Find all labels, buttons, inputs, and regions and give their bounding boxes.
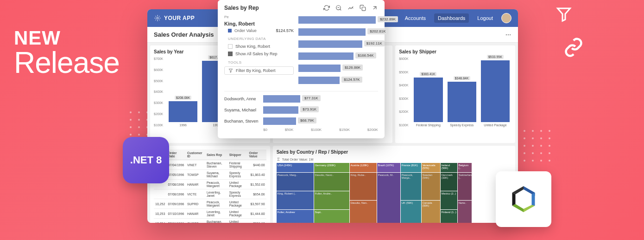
app-brand-label: YOUR APP: [164, 15, 195, 21]
popup-bar-chart[interactable]: $232.89K$202.81K$192.11K$166.54K$126.86K…: [298, 15, 378, 85]
popup-selected-rep: King, Robert: [224, 21, 294, 26]
svg-marker-0: [558, 8, 570, 21]
svg-point-2: [506, 34, 507, 35]
shipper-yaxis: $600K$500K$400K$300K$200K$100K: [399, 57, 408, 127]
svg-rect-8: [362, 7, 366, 11]
zoom-out-icon[interactable]: [335, 5, 342, 11]
popup-xaxis-bottom: $0$50K$100K$150K$200K: [263, 128, 378, 132]
svg-marker-14: [512, 204, 524, 213]
svg-point-1: [157, 17, 158, 19]
show-king-item[interactable]: Show King, Robert: [224, 43, 294, 50]
expand-icon[interactable]: [372, 5, 378, 11]
avatar[interactable]: [501, 13, 511, 23]
nav-accounts[interactable]: Accounts: [405, 15, 426, 21]
nav-logout[interactable]: Logout: [477, 15, 493, 21]
svg-marker-15: [512, 193, 516, 206]
hero-text: NEW Release: [14, 27, 120, 80]
menu-icon[interactable]: [505, 32, 511, 38]
dotnet8-label: .NET 8: [130, 154, 162, 166]
dashboard-title: Sales Order Analysis: [154, 31, 214, 38]
copy-icon[interactable]: [360, 5, 366, 11]
popup-bar-chart-bottom[interactable]: Dodsworth, Anne$77.31KSuyama, Michael$73…: [224, 94, 378, 126]
popup-header: Sales by Rep: [224, 5, 378, 11]
section-tools: TOOLS: [224, 60, 294, 65]
product-logo-card: [496, 171, 551, 227]
app-logo-icon: [154, 14, 161, 22]
shipper-bar-chart[interactable]: $600K$500K$400K$300K$200K$100K $383.41KF…: [399, 57, 511, 127]
svg-marker-12: [532, 193, 535, 208]
legend-square: [228, 29, 232, 32]
section-underlying: UNDERLYING DATA: [224, 37, 294, 41]
treemap[interactable]: USA (245K)Peacock, Marg..King, Robert (.…: [277, 163, 511, 223]
nav-dashboards[interactable]: Dashboards: [434, 13, 469, 23]
filter-icon: [228, 68, 233, 73]
sigma-icon: [277, 157, 280, 161]
hero-release: Release: [14, 45, 120, 80]
refresh-icon[interactable]: [323, 5, 330, 11]
legend-value: $124.57K: [276, 28, 294, 33]
treemap-panel: Sales by Country / Rep / Shipper Total O…: [273, 146, 515, 223]
legend-label: Order Value: [234, 28, 257, 33]
link-icon: [563, 37, 584, 58]
panel-title-shipper: Sales by Shipper: [399, 49, 511, 54]
svg-point-4: [510, 34, 511, 35]
show-all-item[interactable]: Show All Sales by Rep: [224, 50, 294, 58]
app-nav: Accounts Dashboards Logout: [405, 13, 511, 23]
svg-marker-10: [229, 69, 233, 73]
popup-pe-label: Pe: [224, 15, 294, 19]
filter-by-item[interactable]: Filter By King, Robert: [224, 66, 294, 75]
checkbox-icon: [228, 52, 233, 56]
panel-title-treemap: Sales by Country / Rep / Shipper: [277, 149, 511, 155]
treemap-subtitle: Total Order Value: 1M: [277, 157, 511, 161]
popup-toolbar: [323, 5, 378, 11]
svg-marker-13: [524, 205, 535, 212]
orders-table[interactable]: Order DateCustomer IDSales RepShipperOrd…: [154, 149, 266, 223]
dotnet8-badge: .NET 8: [123, 137, 169, 183]
svg-line-9: [373, 6, 376, 9]
sales-by-rep-popup: Sales by Rep Pe King, Robert Order Value…: [218, 0, 385, 138]
svg-marker-16: [512, 186, 524, 195]
checkbox-icon: [228, 44, 233, 49]
year-yaxis: $700K$600K$500K$400K$300K$200K$100K: [154, 57, 163, 127]
popup-legend: Order Value $124.57K: [224, 28, 294, 33]
sales-by-shipper-panel: Sales by Shipper $600K$500K$400K$300K$20…: [395, 45, 515, 143]
svg-line-6: [340, 9, 341, 11]
product-logo-icon: [507, 183, 540, 215]
svg-point-3: [508, 34, 509, 35]
shipper-bars: $383.41KFederal Shipping$348.84KSpeedy E…: [414, 57, 510, 127]
funnel-icon: [556, 6, 572, 22]
app-logo: YOUR APP: [154, 14, 195, 22]
popup-title: Sales by Rep: [224, 5, 259, 11]
chart-type-icon[interactable]: [347, 5, 354, 11]
